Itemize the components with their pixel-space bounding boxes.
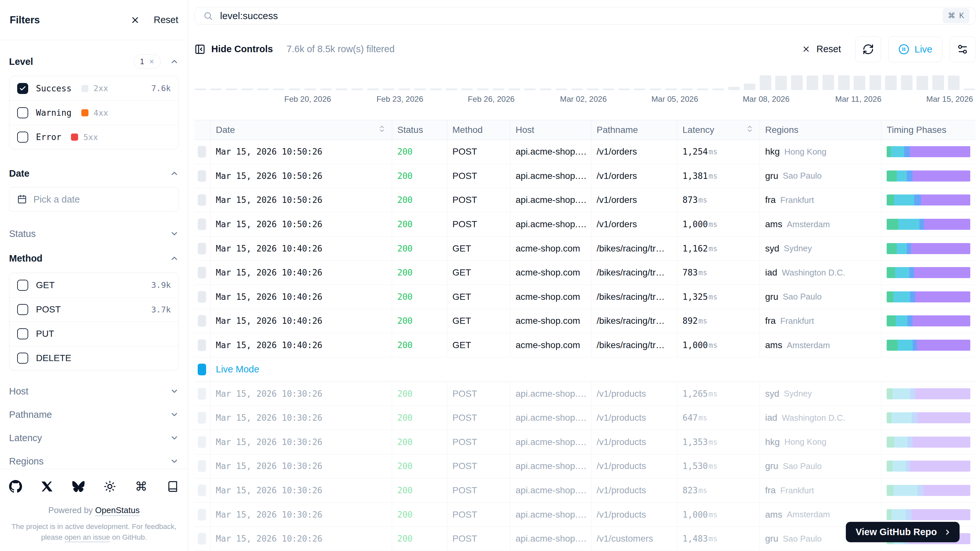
level-filter-badge[interactable]: 1	[134, 54, 161, 69]
x-twitter-icon[interactable]	[41, 480, 54, 493]
chevron-down-icon[interactable]	[170, 457, 179, 466]
timeline-bar[interactable]	[493, 89, 504, 90]
section-pathname[interactable]: Pathname	[9, 406, 179, 424]
timeline-bar[interactable]	[399, 89, 410, 90]
chevron-down-icon[interactable]	[170, 410, 179, 419]
section-host[interactable]: Host	[9, 382, 179, 400]
timeline-bar[interactable]	[775, 76, 787, 90]
row-select-cell[interactable]	[194, 261, 211, 285]
timeline-bar[interactable]	[697, 89, 708, 90]
open-issue-link[interactable]: open an issue	[65, 533, 110, 541]
timeline-bar[interactable]	[540, 89, 552, 90]
table-row[interactable]: Mar 15, 2026 10:30:26200POSTapi.acme-sho…	[194, 430, 975, 454]
checkbox[interactable]	[17, 107, 28, 118]
timeline-bar[interactable]	[964, 89, 975, 90]
row-select-cell[interactable]	[194, 527, 211, 551]
row-select-cell[interactable]	[194, 503, 211, 527]
filters-reset-button[interactable]: Reset	[154, 14, 178, 25]
header-host[interactable]: Host	[511, 120, 592, 140]
chevron-up-icon[interactable]	[170, 57, 179, 66]
timeline-bar[interactable]	[838, 75, 850, 90]
timeline-bar[interactable]	[257, 89, 269, 90]
theme-sun-icon[interactable]	[104, 480, 116, 493]
reset-filters-button[interactable]: Reset	[802, 44, 841, 54]
row-select-cell[interactable]	[194, 164, 211, 188]
timeline-bar[interactable]	[509, 89, 520, 90]
timeline-bar[interactable]	[681, 89, 693, 90]
timeline-bar[interactable]	[320, 89, 332, 90]
section-level[interactable]: Level 1	[9, 53, 179, 71]
level-option[interactable]: Success2xx7.6k	[10, 76, 178, 100]
timeline-bar[interactable]	[210, 89, 222, 90]
row-select-cell[interactable]	[194, 382, 211, 406]
timeline-bar[interactable]	[242, 89, 253, 90]
timeline-bar[interactable]	[461, 89, 473, 90]
timeline-bar[interactable]	[712, 89, 724, 90]
timeline-bar[interactable]	[916, 76, 928, 90]
table-row[interactable]: Mar 15, 2026 10:40:26200GETacme-shop.com…	[194, 285, 975, 309]
timeline-bar[interactable]	[854, 76, 865, 90]
table-row[interactable]: Mar 15, 2026 10:40:26200GETacme-shop.com…	[194, 237, 975, 261]
checkbox[interactable]	[17, 353, 28, 364]
table-row[interactable]: Mar 15, 2026 10:30:26200POSTapi.acme-sho…	[194, 382, 975, 406]
level-option[interactable]: Error5xx	[10, 125, 178, 149]
timeline-bar[interactable]	[760, 75, 771, 90]
table-row[interactable]: Mar 15, 2026 10:50:26200POSTapi.acme-sho…	[194, 140, 975, 164]
section-status[interactable]: Status	[9, 225, 179, 243]
timeline-bar[interactable]	[665, 89, 677, 90]
timeline-bar[interactable]	[618, 89, 630, 90]
timeline-bar[interactable]	[948, 75, 959, 90]
checkbox-checked[interactable]	[17, 83, 28, 94]
header-latency[interactable]: Latency	[677, 120, 760, 140]
header-date[interactable]: Date	[211, 120, 392, 140]
timeline-bar[interactable]	[383, 89, 395, 90]
header-pathname[interactable]: Pathname	[592, 120, 677, 140]
timeline-bar[interactable]	[650, 89, 662, 90]
row-select-cell[interactable]	[194, 478, 211, 502]
checkbox[interactable]	[17, 132, 28, 143]
timeline-bar[interactable]	[555, 89, 567, 90]
timeline-bar[interactable]	[932, 75, 944, 90]
timeline-bar[interactable]	[744, 84, 756, 90]
hide-controls-button[interactable]: Hide Controls	[194, 44, 273, 55]
row-select-cell[interactable]	[194, 430, 211, 454]
timeline-bar[interactable]	[571, 89, 583, 90]
timeline-bar[interactable]	[414, 89, 426, 90]
table-row[interactable]: Mar 15, 2026 10:30:26200POSTapi.acme-sho…	[194, 478, 975, 503]
timeline-bar[interactable]	[367, 89, 379, 90]
timeline-bar[interactable]	[524, 89, 536, 90]
section-method[interactable]: Method	[9, 249, 179, 268]
timeline-bar[interactable]	[901, 75, 913, 90]
chevron-down-icon[interactable]	[170, 433, 179, 443]
header-regions[interactable]: Regions	[760, 120, 881, 140]
chevron-down-icon[interactable]	[170, 387, 179, 396]
timeline-bar[interactable]	[351, 89, 363, 90]
table-row[interactable]: Mar 15, 2026 10:40:26200GETacme-shop.com…	[194, 309, 975, 333]
command-menu-icon[interactable]: ⌘	[135, 480, 148, 493]
row-select-cell[interactable]	[194, 140, 211, 164]
timeline-bar[interactable]	[226, 89, 237, 90]
refresh-button[interactable]	[855, 36, 881, 62]
table-row[interactable]: Mar 15, 2026 10:50:26200POSTapi.acme-sho…	[194, 188, 975, 213]
timeline-bar[interactable]	[791, 75, 803, 90]
live-mode-label[interactable]: Live Mode	[216, 364, 259, 375]
row-select-cell[interactable]	[194, 309, 211, 333]
timeline-bar[interactable]	[870, 75, 881, 90]
timeline-bar[interactable]	[822, 75, 834, 90]
chevron-up-icon[interactable]	[170, 254, 179, 263]
header-timing-phases[interactable]: Timing Phases	[881, 120, 975, 140]
timeline-bar[interactable]	[807, 75, 818, 90]
table-row[interactable]: Mar 15, 2026 10:50:26200POSTapi.acme-sho…	[194, 212, 975, 237]
header-status[interactable]: Status	[392, 120, 447, 140]
search-input[interactable]: level:success ⌘ K	[194, 7, 975, 25]
table-row[interactable]: Mar 15, 2026 10:40:26200GETacme-shop.com…	[194, 261, 975, 285]
row-select-cell[interactable]	[194, 212, 211, 236]
row-select-cell[interactable]	[194, 237, 211, 261]
sort-icon[interactable]	[746, 125, 754, 135]
row-select-cell[interactable]	[194, 285, 211, 309]
checkbox[interactable]	[17, 328, 28, 339]
live-mode-row[interactable]: Live Mode	[194, 357, 975, 382]
table-row[interactable]: Mar 15, 2026 10:30:26200POSTapi.acme-sho…	[194, 454, 975, 479]
github-icon[interactable]	[9, 480, 22, 493]
checkbox[interactable]	[17, 304, 28, 315]
